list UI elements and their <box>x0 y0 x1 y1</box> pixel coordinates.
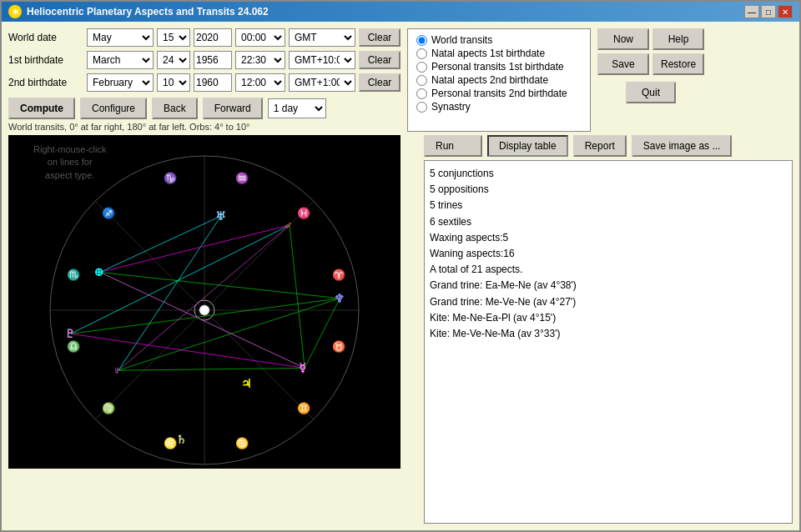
radio-personal-1st-label: Personal transits 1st birthdate <box>431 61 564 73</box>
birthdate1-day[interactable]: 24 <box>157 51 190 69</box>
world-date-tz[interactable]: GMT <box>289 28 355 47</box>
clear-birthdate1-button[interactable]: Clear <box>359 51 400 69</box>
birthdate2-tz[interactable]: GMT+1:00 <box>289 73 355 92</box>
radio-world-transits-label: World transits <box>431 34 492 46</box>
radio-personal-2nd[interactable]: Personal transits 2nd birthdate <box>416 88 582 99</box>
run-button[interactable]: Run <box>424 135 482 157</box>
save-button[interactable]: Save <box>597 53 649 75</box>
radio-synastry-input[interactable] <box>416 102 427 113</box>
main-window: ☀ Heliocentric Planetary Aspects and Tra… <box>0 0 801 532</box>
display-table-button[interactable]: Display table <box>487 135 568 157</box>
radio-world-transits[interactable]: World transits <box>416 34 582 46</box>
results-section: Run Display table Report Save image as .… <box>424 135 793 524</box>
quit-button[interactable]: Quit <box>626 82 676 103</box>
world-date-label: World date <box>8 32 83 43</box>
title-controls: — □ ✕ <box>744 5 793 18</box>
world-date-year[interactable] <box>194 28 232 47</box>
save-image-button[interactable]: Save image as ... <box>632 135 733 157</box>
birthdate2-label: 2nd birthdate <box>8 77 83 88</box>
world-date-time[interactable]: 00:00 <box>235 28 285 47</box>
birthdate2-time[interactable]: 12:00 <box>235 73 285 92</box>
birthdate1-year[interactable] <box>194 51 232 69</box>
world-date-month[interactable]: MayJanuaryFebruaryMarch AprilJuneJulyAug… <box>87 28 154 47</box>
top-section: World date MayJanuaryFebruaryMarch April… <box>8 28 793 132</box>
birthdate1-label: 1st birthdate <box>8 54 83 66</box>
help-button[interactable]: Help <box>652 28 704 50</box>
birthdate1-tz[interactable]: GMT+10:00 <box>289 51 355 69</box>
form-section: World date MayJanuaryFebruaryMarch April… <box>8 28 400 132</box>
birthdate2-month[interactable]: FebruaryJanuary MarchAprilMayJuneJulyAug… <box>87 73 154 92</box>
birthdate2-day[interactable]: 10 <box>157 73 190 92</box>
step-select[interactable]: 1 day1 week1 month1 year <box>268 98 326 118</box>
back-button[interactable]: Back <box>152 98 198 119</box>
restore-button[interactable]: Restore <box>652 53 704 75</box>
radio-personal-1st[interactable]: Personal transits 1st birthdate <box>416 61 582 73</box>
minimize-button[interactable]: — <box>744 5 759 18</box>
radio-synastry[interactable]: Synastry <box>416 101 582 113</box>
maximize-button[interactable]: □ <box>761 5 776 18</box>
radio-natal-2nd-input[interactable] <box>416 75 427 86</box>
chart-hint: Right-mouse-clickon lines foraspect type… <box>33 143 106 182</box>
chart-container: Right-mouse-clickon lines foraspect type… <box>8 135 417 524</box>
radio-natal-1st-input[interactable] <box>416 48 427 59</box>
radio-personal-1st-input[interactable] <box>416 62 427 73</box>
report-button[interactable]: Report <box>573 135 627 157</box>
forward-button[interactable]: Forward <box>203 98 263 119</box>
buttons-top: Now Help Save Restore <box>597 28 704 75</box>
window-title: Heliocentric Planetary Aspects and Trans… <box>27 6 269 18</box>
world-date-day[interactable]: 15 <box>157 28 190 47</box>
close-button[interactable]: ✕ <box>778 5 793 18</box>
title-bar-left: ☀ Heliocentric Planetary Aspects and Tra… <box>8 5 269 18</box>
radio-natal-1st[interactable]: Natal apects 1st birthdate <box>416 48 582 59</box>
now-button[interactable]: Now <box>597 28 649 50</box>
status-text: World transits, 0° at far right, 180° at… <box>8 122 400 132</box>
main-content: World date MayJanuaryFebruaryMarch April… <box>2 22 799 530</box>
clear-world-date-button[interactable]: Clear <box>359 28 400 47</box>
radio-synastry-label: Synastry <box>431 101 471 113</box>
world-date-row: World date MayJanuaryFebruaryMarch April… <box>8 28 400 47</box>
main-area: Right-mouse-clickon lines foraspect type… <box>8 135 793 524</box>
app-icon: ☀ <box>8 5 22 18</box>
birthdate1-row: 1st birthdate MarchJanuaryFebruary April… <box>8 51 400 69</box>
title-bar: ☀ Heliocentric Planetary Aspects and Tra… <box>2 2 799 22</box>
radio-world-transits-input[interactable] <box>416 35 427 46</box>
birthdate2-row: 2nd birthdate FebruaryJanuary MarchApril… <box>8 73 400 92</box>
radio-natal-1st-label: Natal apects 1st birthdate <box>431 48 545 59</box>
radio-personal-2nd-input[interactable] <box>416 88 427 99</box>
radio-section: World transits Natal apects 1st birthdat… <box>407 28 591 132</box>
radio-personal-2nd-label: Personal transits 2nd birthdate <box>431 88 567 99</box>
birthdate1-time[interactable]: 22:30 <box>235 51 285 69</box>
astro-chart[interactable] <box>8 135 400 469</box>
results-box: 5 conjunctions5 oppositions5 trines6 sex… <box>424 160 793 524</box>
action-row: Run Display table Report Save image as .… <box>424 135 793 157</box>
action-buttons-section: Now Help Save Restore Quit <box>597 28 704 132</box>
radio-natal-2nd[interactable]: Natal apects 2nd birthdate <box>416 74 582 86</box>
configure-button[interactable]: Configure <box>80 98 147 119</box>
clear-birthdate2-button[interactable]: Clear <box>359 73 400 92</box>
birthdate2-year[interactable] <box>194 73 232 92</box>
compute-button[interactable]: Compute <box>8 98 75 119</box>
radio-natal-2nd-label: Natal apects 2nd birthdate <box>431 74 548 86</box>
birthdate1-month[interactable]: MarchJanuaryFebruary AprilMayJuneJulyAug… <box>87 51 154 69</box>
toolbar-row: Compute Configure Back Forward 1 day1 we… <box>8 98 400 119</box>
